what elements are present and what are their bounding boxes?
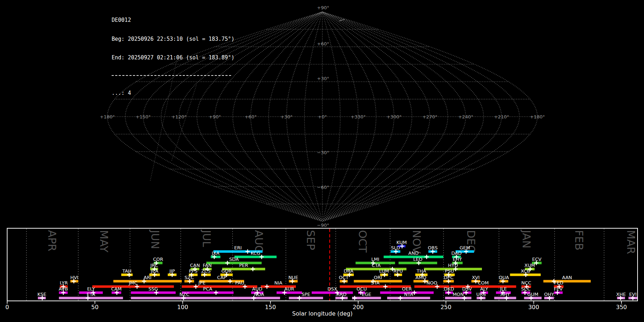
lon-label-9: +270° — [422, 114, 437, 119]
activity-timeline-chart: APRMAYJUNJULAUGSEPOCTNOVDECJANFEBMARKUME… — [5, 228, 638, 317]
shower-label-XCB: XCB — [521, 268, 530, 274]
shower-label-CAM: CAM — [111, 286, 122, 292]
peak-marker-CAP — [228, 279, 232, 283]
shower-label-NTA: NTA — [404, 292, 413, 297]
figure-canvas: +180°+150°+120°+90°+60°+30°+0°+330°+300°… — [0, 0, 644, 322]
shower-label-AUR: AUR — [284, 286, 294, 292]
shower-label-JLE: JLE — [499, 286, 507, 292]
shower-label-JEA: JEA — [151, 268, 158, 274]
shower-label-OCU: OCU — [357, 286, 367, 292]
shower-label-XHE: XHE — [616, 292, 626, 297]
shower-label-JRC: JRC — [150, 263, 158, 268]
shower-label-XVI: XVI — [472, 275, 480, 280]
header-separator — [112, 75, 231, 76]
shower-label-AUD: AUD — [252, 286, 262, 292]
lon-label-6: +0° — [318, 114, 327, 119]
shower-label-LMI: LMI — [371, 257, 379, 262]
shower-label-LYR: LYR — [60, 280, 68, 286]
shower-label-GUM: GUM — [527, 292, 538, 297]
month-label-OCT: OCT — [356, 230, 369, 253]
shower-bar-AUR — [277, 292, 302, 294]
shower-label-MON: MON — [453, 292, 464, 297]
shower-label-AND: AND — [408, 250, 419, 256]
shower-label-RPU: RPU — [394, 268, 403, 274]
shower-bar-KCG — [234, 256, 277, 258]
x-tick-label-150: 150 — [265, 304, 276, 311]
shower-label-AHY: AHY — [501, 292, 510, 297]
lon-label-0: +180° — [100, 114, 115, 119]
lat-label-90: +90° — [317, 5, 329, 10]
shower-label-AMO: AMO — [415, 275, 426, 280]
shower-label-LUM: LUM — [379, 268, 389, 274]
shower-label-ETA: ETA — [87, 292, 95, 297]
shower-label-STA: STA — [371, 280, 380, 286]
month-label-MAR: MAR — [625, 230, 637, 254]
shower-label-DAD: DAD — [452, 250, 462, 256]
x-axis-title: Solar longitude (deg) — [292, 310, 353, 317]
shower-label-JIP: JIP — [169, 268, 175, 274]
shower-label-GDR: GDR — [221, 268, 232, 274]
peak-marker-SPE — [297, 296, 302, 300]
month-label-JUL: JUL — [200, 229, 213, 247]
shower-label-NZC: NZC — [180, 292, 190, 297]
observation-header: DE0012 Beg: 20250926 22:53:10 (sol = 183… — [112, 5, 234, 109]
shower-label-PAU: PAU — [235, 280, 244, 286]
shower-label-EVI: EVI — [629, 292, 636, 297]
lat-label-30: +30° — [317, 76, 329, 81]
shower-label-NOO: NOO — [426, 280, 437, 286]
station-id: DE0012 — [112, 17, 234, 24]
shower-label-SPE: SPE — [302, 292, 310, 297]
shower-bar-STA — [340, 286, 411, 288]
shower-label-ERI: ERI — [234, 245, 242, 250]
month-label-JUN: JUN — [149, 229, 161, 249]
shower-bar-NTA — [387, 297, 430, 299]
shower-label-LEO: LEO — [413, 257, 423, 262]
peak-marker-PER — [251, 267, 255, 271]
shower-bar-JPE — [182, 286, 222, 288]
shower-bar-ARI — [113, 280, 182, 283]
shower-label-JXA: JXA — [211, 250, 220, 256]
shower-label-XUM: XUM — [525, 263, 535, 268]
shower-bar-ETA — [59, 297, 123, 299]
shower-label-KCG: KCG — [251, 250, 260, 256]
shower-label-PCA: PCA — [203, 286, 213, 292]
shower-label-ARD: ARD — [337, 292, 347, 297]
x-tick-label-350: 350 — [616, 304, 627, 311]
shower-bar-DSX — [312, 292, 353, 294]
x-tick-label-50: 50 — [91, 304, 98, 311]
shower-label-CTA: CTA — [372, 263, 381, 268]
x-tick-label-300: 300 — [528, 304, 539, 311]
shower-label-HVI: HVI — [70, 275, 78, 280]
lat-label--90: −90° — [317, 223, 329, 228]
lon-label-10: +240° — [458, 114, 473, 119]
shower-label-FED: FED — [554, 280, 564, 286]
shower-label-ZCS: ZCS — [201, 268, 210, 274]
month-label-AUG: AUG — [253, 230, 265, 254]
shower-label-PSU: PSU — [445, 268, 454, 274]
shower-label-NIA: NIA — [274, 280, 283, 286]
shower-bar-PCA — [182, 292, 234, 294]
peak-marker-JPE — [194, 284, 198, 289]
shower-label-OHY: OHY — [544, 292, 554, 297]
shower-label-EGE: EGE — [362, 292, 371, 297]
shower-bar-AAN — [543, 280, 591, 283]
shower-label-AVB: AVB — [59, 286, 68, 292]
shower-label-ORS: ORS — [428, 245, 438, 250]
shower-label-NCC: NCC — [521, 280, 531, 286]
shower-label-PPS: PPS — [189, 268, 197, 274]
lon-label-8: +300° — [386, 114, 401, 119]
peak-marker-ERI — [245, 249, 250, 254]
shower-label-EHY: EHY — [453, 257, 462, 262]
lat-label--30: −30° — [317, 150, 329, 155]
shower-label-HYD: HYD — [448, 263, 458, 268]
shower-label-QUA: QUA — [499, 275, 509, 280]
shower-label-JMC: JMC — [128, 280, 137, 286]
shower-label-TAH: TAH — [122, 268, 132, 274]
peak-marker-NTA — [398, 296, 402, 300]
shower-label-FEV: FEV — [554, 286, 563, 292]
month-label-MAY: MAY — [98, 230, 110, 253]
shower-label-COR: COR — [153, 257, 163, 262]
month-label-JAN: JAN — [520, 229, 533, 248]
shower-label-ELY: ELY — [87, 286, 95, 292]
shower-bar-SPE — [289, 297, 323, 299]
